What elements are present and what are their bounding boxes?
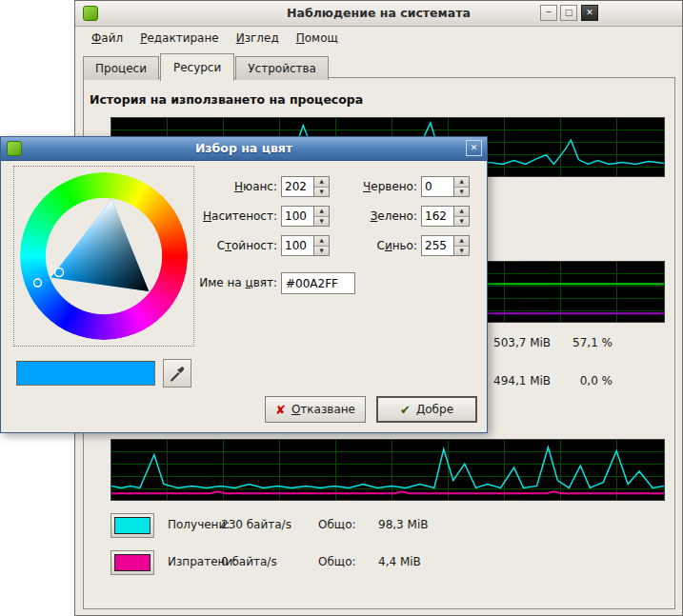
cpu-history-heading: История на използването на процесора (90, 92, 363, 107)
color-name-label: Име на цвят: (163, 276, 277, 289)
ok-check-icon: ✔ (400, 403, 411, 417)
hue-input[interactable] (282, 177, 313, 196)
eyedropper-icon (168, 364, 187, 383)
hue-knob[interactable] (34, 279, 42, 287)
hsv-triangle-black-shade (50, 200, 149, 291)
red-input[interactable] (422, 177, 453, 196)
tab-processes[interactable]: Процеси (83, 56, 159, 80)
memory-size-value: 503,7 MiB (493, 336, 551, 349)
hue-label: Нюанс: (182, 180, 277, 193)
red-spin-down-icon[interactable]: ▼ (454, 188, 469, 197)
dialog-title: Избор на цвят (1, 141, 487, 155)
sent-total: 4,4 MiB (378, 555, 421, 568)
cancel-button-label: Отказване (291, 403, 355, 416)
swap-percent-value: 0,0 % (552, 374, 613, 387)
green-spin-up-icon[interactable]: ▲ (454, 207, 469, 217)
red-label: Червено: (322, 180, 417, 193)
memory-percent-value: 57,1 % (552, 336, 613, 349)
received-color-button[interactable] (110, 513, 154, 538)
received-total: 98,3 MiB (378, 518, 428, 531)
cancel-x-icon: ✘ (275, 403, 286, 417)
notebook-tabs: Процеси Ресурси Устройства (83, 53, 330, 80)
menu-edit[interactable]: Редактиране (131, 29, 228, 48)
received-rate: 230 байта/s (221, 518, 291, 531)
close-button[interactable]: ✕ (581, 5, 598, 21)
sent-color-swatch (114, 554, 151, 571)
tab-devices[interactable]: Устройства (235, 56, 329, 80)
color-preview (16, 361, 155, 386)
color-name-input[interactable] (281, 272, 355, 294)
net-sent-line (111, 491, 664, 493)
red-spin-up-icon[interactable]: ▲ (454, 177, 469, 188)
dialog-titlebar[interactable]: Избор на цвят ✕ (1, 137, 487, 161)
saturation-label: Наситеност: (182, 209, 277, 223)
menu-file[interactable]: Файл (83, 29, 131, 48)
blue-spinbox: ▲ ▼ (421, 235, 470, 256)
sent-total-label: Общо: (318, 555, 356, 568)
hsv-triangle-selector[interactable] (20, 172, 188, 340)
ok-button-label: Добре (416, 403, 453, 416)
received-total-label: Общо: (318, 518, 356, 531)
sent-rate: 0 байта/s (221, 555, 277, 568)
main-titlebar[interactable]: Наблюдение на системата ─ □ ✕ (75, 1, 682, 27)
minimize-button[interactable]: ─ (540, 5, 557, 21)
tab-resources[interactable]: Ресурси (160, 53, 234, 81)
network-history-chart (110, 439, 665, 501)
blue-spin-up-icon[interactable]: ▲ (454, 236, 469, 247)
swap-size-value: 494,1 MiB (493, 374, 551, 387)
cancel-button[interactable]: ✘ Отказване (265, 396, 366, 423)
blue-input[interactable] (422, 236, 453, 255)
green-spinbox: ▲ ▼ (421, 206, 470, 227)
menu-help[interactable]: Помощ (288, 29, 347, 48)
green-input[interactable] (422, 207, 453, 226)
color-picker-dialog: Избор на цвят ✕ Нюанс: Наситеност: Стойн… (0, 136, 488, 433)
dialog-close-button[interactable]: ✕ (466, 140, 482, 156)
red-spinbox: ▲ ▼ (421, 176, 470, 197)
menubar: Файл Редактиране Изглед Помощ (75, 27, 682, 50)
sent-color-button[interactable] (110, 550, 154, 575)
maximize-button[interactable]: □ (560, 5, 577, 21)
green-label: Зелено: (322, 209, 417, 223)
value-input[interactable] (282, 236, 313, 255)
blue-label: Синьо: (322, 239, 417, 252)
net-received-line (111, 447, 664, 488)
eyedropper-button[interactable] (163, 359, 191, 387)
received-color-swatch (114, 517, 151, 534)
saturation-input[interactable] (282, 207, 313, 226)
value-label: Стойност: (182, 239, 277, 252)
ok-button[interactable]: ✔ Добре (376, 396, 477, 423)
blue-spin-down-icon[interactable]: ▼ (454, 247, 469, 256)
green-spin-down-icon[interactable]: ▼ (454, 217, 469, 227)
menu-view[interactable]: Изглед (228, 29, 288, 48)
